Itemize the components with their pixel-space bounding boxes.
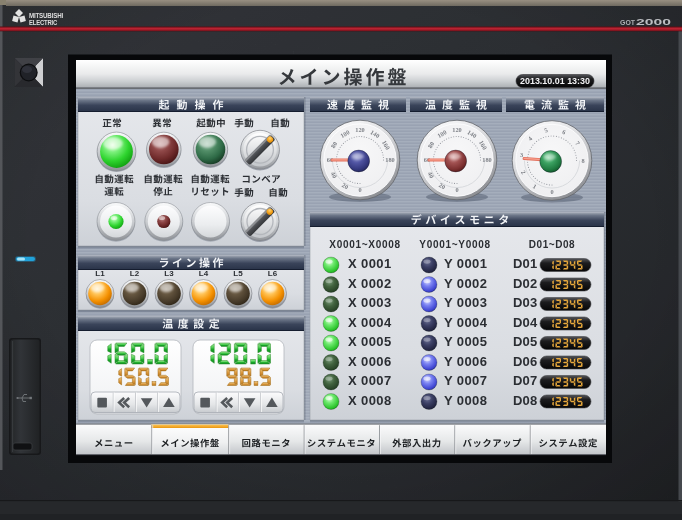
svg-text:120: 120 [355, 126, 364, 133]
svg-text:X 0003: X 0003 [348, 295, 392, 310]
svg-text:2000: 2000 [636, 17, 671, 27]
svg-text:GOT: GOT [620, 19, 636, 26]
svg-text:0: 0 [455, 186, 458, 193]
svg-text:ELECTRIC: ELECTRIC [29, 19, 57, 26]
svg-text:D04: D04 [513, 315, 538, 330]
svg-text:180: 180 [482, 156, 491, 163]
svg-text:Y0001~Y0008: Y0001~Y0008 [419, 239, 490, 250]
svg-text:X 0004: X 0004 [348, 315, 392, 330]
svg-text:Y 0002: Y 0002 [444, 276, 487, 291]
svg-text:Y 0007: Y 0007 [444, 373, 487, 388]
svg-text:Y 0006: Y 0006 [444, 354, 487, 369]
svg-text:L2: L2 [130, 269, 140, 278]
svg-text:120: 120 [452, 126, 461, 133]
svg-text:X 0002: X 0002 [348, 276, 392, 291]
svg-text:X 0008: X 0008 [348, 393, 392, 408]
svg-text:D07: D07 [513, 373, 537, 388]
svg-text:X0001~X0008: X0001~X0008 [329, 239, 400, 250]
svg-text:X 0006: X 0006 [348, 354, 392, 369]
svg-text:D02: D02 [513, 276, 537, 291]
svg-text:D05: D05 [513, 334, 537, 349]
svg-text:L4: L4 [199, 269, 209, 278]
svg-text:D01~D08: D01~D08 [529, 239, 575, 250]
svg-text:0: 0 [358, 186, 361, 193]
svg-text:180: 180 [385, 156, 394, 163]
svg-text:Y 0003: Y 0003 [444, 295, 487, 310]
svg-text:X 0005: X 0005 [348, 334, 392, 349]
svg-text:L6: L6 [268, 269, 278, 278]
svg-text:Y 0008: Y 0008 [444, 393, 487, 408]
svg-text:D08: D08 [513, 393, 537, 408]
svg-text:3: 3 [520, 151, 523, 158]
svg-text:L1: L1 [95, 269, 105, 278]
svg-text:D06: D06 [513, 354, 537, 369]
svg-text:Y 0005: Y 0005 [444, 334, 487, 349]
svg-text:X 0001: X 0001 [348, 256, 392, 271]
svg-text:Y 0001: Y 0001 [444, 256, 487, 271]
svg-text:0: 0 [550, 188, 553, 195]
svg-text:8: 8 [581, 157, 584, 164]
svg-text:L5: L5 [233, 269, 243, 278]
svg-text:X 0007: X 0007 [348, 373, 392, 388]
svg-text:L3: L3 [164, 269, 174, 278]
svg-text:D01: D01 [513, 256, 537, 271]
svg-text:Y 0004: Y 0004 [444, 315, 488, 330]
svg-text:D03: D03 [513, 295, 537, 310]
svg-text:2013.10.01 13:30: 2013.10.01 13:30 [520, 76, 590, 86]
